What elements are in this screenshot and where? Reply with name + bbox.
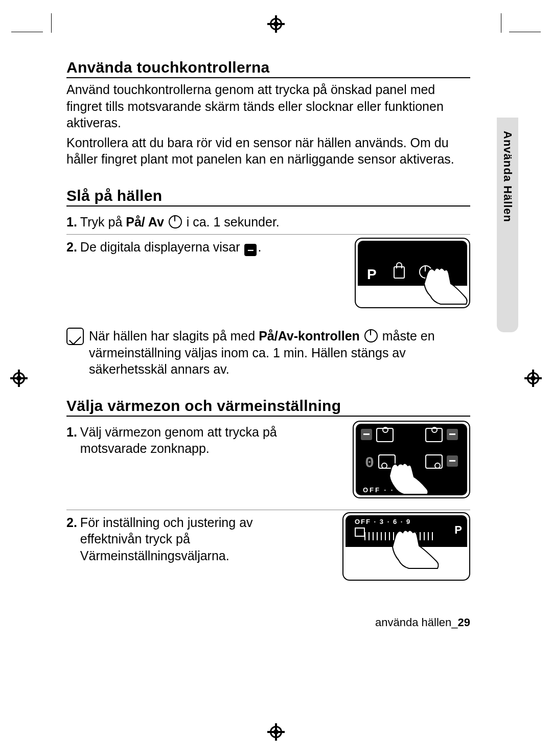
crop-mark-icon (51, 13, 52, 33)
dash-icon (361, 429, 372, 440)
note-icon (66, 328, 84, 345)
side-tab-label: Använda Hällen (501, 131, 514, 222)
svg-point-14 (16, 376, 21, 381)
svg-point-4 (273, 21, 279, 27)
step-number: 2. (66, 239, 77, 314)
heading-power-on: Slå på hällen (66, 187, 470, 207)
registration-mark-icon (524, 370, 542, 387)
minus-icon: – (244, 244, 257, 256)
step-number: 1. (66, 424, 77, 506)
step-1: 1. Välj värmezon genom att trycka på mot… (66, 420, 470, 510)
step-1: 1. Tryk på På/ Av i ca. 1 sekunder. (66, 210, 470, 235)
step-text: Tryk på På/ Av i ca. 1 sekunder. (80, 214, 470, 231)
crop-mark-icon (501, 13, 501, 33)
page-footer: använda hällen_29 (375, 616, 470, 629)
note: När hällen har slagits på med På/Av-kont… (66, 328, 470, 378)
hand-pointer-icon (382, 462, 428, 497)
power-icon (169, 215, 182, 228)
hand-pointer-icon (384, 529, 441, 580)
crop-mark-icon (11, 32, 43, 32)
dash-icon (447, 455, 458, 467)
dash-icon (447, 429, 458, 440)
illustration-zone-select: 0 OFF · · 6 · 9 (353, 421, 470, 498)
step-text: Välj värmezon genom att trycka på motsva… (80, 424, 300, 506)
body-text: Kontrollera att du bara rör vid en senso… (66, 134, 470, 168)
heading-touch-controls: Använda touchkontrollerna (66, 59, 470, 78)
heading-select-zone: Välja värmezon och värmeinställning (66, 397, 470, 417)
registration-mark-icon (10, 370, 28, 387)
display-p-icon: P (454, 524, 462, 536)
lock-icon (394, 266, 405, 279)
svg-point-19 (531, 376, 536, 381)
power-icon (364, 329, 378, 342)
illustration-power-on: P (355, 238, 470, 308)
svg-point-9 (273, 729, 279, 735)
step-text: För inställning och justering av effektn… (80, 514, 290, 586)
hand-pointer-icon (417, 264, 468, 308)
registration-mark-icon (267, 723, 285, 741)
step-number: 2. (66, 514, 77, 586)
side-tab: Använda Hällen (497, 118, 518, 332)
body-text: Använd touchkontrollerna genom att tryck… (66, 81, 470, 131)
display-p-icon: P (367, 267, 377, 282)
scale-label: OFF · 3 · 6 · 9 (355, 518, 449, 525)
note-text: När hällen har slagits på med På/Av-kont… (89, 328, 470, 378)
zone-icon (425, 428, 443, 442)
crop-mark-icon (509, 32, 541, 32)
step-number: 1. (66, 214, 77, 231)
zone-icon (376, 428, 394, 442)
step-2: 2. För inställning och justering av effe… (66, 510, 470, 590)
page-content: Använda touchkontrollerna Använd touchko… (66, 59, 470, 590)
display-zero-icon: 0 (365, 455, 374, 471)
step-2: 2. De digitala displayerna visar –. P (66, 234, 470, 318)
registration-mark-icon (267, 15, 285, 33)
illustration-power-level: OFF · 3 · 6 · 9 P (342, 512, 470, 581)
